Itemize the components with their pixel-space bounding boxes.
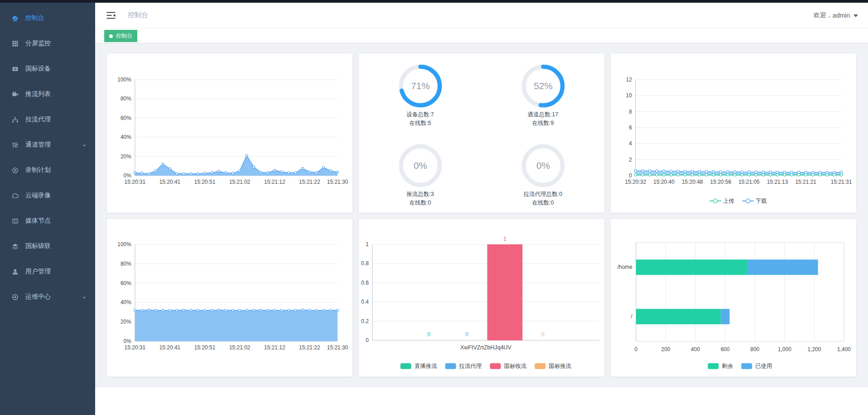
gauge-online-label: 在线数:0 — [532, 199, 554, 206]
sidebar-item-label: 推流列表 — [25, 90, 51, 98]
tab-active-dot — [109, 34, 113, 38]
svg-text:15:21:05: 15:21:05 — [738, 179, 760, 185]
sidebar-item-label: 分屏监控 — [25, 39, 51, 48]
svg-text:1,400: 1,400 — [837, 346, 851, 353]
svg-text:直播推流: 直播推流 — [415, 363, 437, 369]
svg-text:剩余: 剩余 — [721, 363, 733, 369]
record-plan-icon — [12, 167, 19, 174]
svg-text:20%: 20% — [121, 153, 131, 160]
svg-text:下载: 下载 — [756, 198, 767, 204]
svg-text:100%: 100% — [117, 241, 131, 248]
sidebar-item-label: 国标设备 — [25, 65, 51, 73]
svg-text:0.4: 0.4 — [361, 299, 369, 305]
svg-text:0: 0 — [541, 331, 545, 338]
sidebar-item-label: 媒体节点 — [25, 217, 51, 225]
svg-text:15:21:12: 15:21:12 — [264, 344, 285, 351]
sidebar-item-media-node[interactable]: 媒体节点 — [0, 208, 95, 234]
svg-text:15:21:12: 15:21:12 — [264, 179, 285, 185]
svg-text:4: 4 — [629, 140, 632, 147]
svg-text:15:20:41: 15:20:41 — [159, 179, 181, 185]
bottom-space — [95, 387, 868, 415]
gb-device-icon: G — [12, 66, 19, 72]
gauge-0: 71%设备总数:7在线数:5 — [359, 53, 482, 133]
svg-text:0: 0 — [465, 331, 468, 338]
sidebar-item-ops-center[interactable]: 运维中心 — [0, 284, 95, 310]
svg-text:60%: 60% — [121, 280, 131, 286]
welcome-text: 欢迎， — [814, 11, 833, 19]
svg-text:100%: 100% — [117, 76, 131, 83]
gauge-total-label: 拉流代理总数:0 — [524, 191, 562, 198]
breadcrumb: 控制台 — [128, 11, 148, 19]
cloud-record-icon — [12, 192, 19, 199]
svg-text:拉流代理: 拉流代理 — [459, 363, 482, 369]
svg-text:200: 200 — [661, 346, 670, 353]
sidebar-item-split-monitor[interactable]: 分屏监控 — [0, 31, 95, 56]
sidebar-item-label: 控制台 — [25, 14, 44, 22]
gauge-ring: 0% — [397, 142, 444, 189]
chevron-down-icon — [82, 142, 87, 148]
sidebar-item-channel-mgmt[interactable]: 通道管理 — [0, 132, 95, 157]
svg-text:800: 800 — [750, 346, 759, 353]
sidebar-item-label: 运维中心 — [25, 293, 51, 301]
svg-text:0: 0 — [427, 331, 430, 338]
stats-gauges-panel: 71%设备总数:7在线数:552%通道总数:17在线数:90%推流总数:3在线数… — [359, 53, 604, 213]
network-panel: 02468101215:20:3215:20:4015:20:4815:20:5… — [611, 53, 856, 213]
sidebar-item-gb-device[interactable]: G国标设备 — [0, 56, 95, 81]
split-monitor-icon — [12, 40, 19, 47]
sidebar-item-gb-cascade[interactable]: 国标级联 — [0, 234, 95, 259]
svg-text:80%: 80% — [121, 95, 131, 102]
sidebar-item-dashboard[interactable]: 控制台 — [0, 5, 95, 31]
gauge-total-label: 通道总数:17 — [528, 111, 558, 118]
svg-text:15:20:48: 15:20:48 — [682, 179, 703, 185]
dashboard-icon — [12, 15, 19, 22]
svg-text:15:21:13: 15:21:13 — [767, 179, 788, 185]
cpu-usage-chart: 0%20%40%60%80%100%15:20:3115:20:4115:20:… — [107, 53, 352, 213]
sidebar-item-record-plan[interactable]: 录制计划 — [0, 157, 95, 183]
gauge-total-label: 推流总数:3 — [406, 191, 434, 198]
svg-text:15:20:31: 15:20:31 — [125, 344, 146, 351]
memory-panel: 0%20%40%60%80%100%15:20:3115:20:4115:20:… — [107, 219, 352, 377]
sidebar-item-push-list[interactable]: 推流列表 — [0, 81, 95, 107]
gauge-online-label: 在线数:9 — [532, 119, 554, 127]
svg-text:20%: 20% — [121, 319, 131, 325]
sidebar-item-pull-proxy[interactable]: 拉流代理 — [0, 107, 95, 132]
cpu-usage-panel: 0%20%40%60%80%100%15:20:3115:20:4115:20:… — [107, 53, 352, 213]
svg-text:0.2: 0.2 — [361, 318, 369, 324]
svg-text:15:20:41: 15:20:41 — [159, 344, 181, 351]
caret-down-icon — [854, 14, 858, 17]
sidebar-item-cloud-record[interactable]: 云端录像 — [0, 183, 95, 208]
gauge-ring: 71% — [397, 62, 444, 110]
media-node-icon — [12, 218, 19, 224]
svg-text:15:21:21: 15:21:21 — [795, 179, 816, 185]
tabbar: 控制台 — [95, 28, 868, 43]
sidebar-item-label: 用户管理 — [25, 267, 51, 276]
svg-text:15:20:51: 15:20:51 — [194, 344, 216, 351]
svg-text:15:21:30: 15:21:30 — [327, 344, 348, 351]
svg-text:/home: /home — [617, 264, 633, 270]
tab-console[interactable]: 控制台 — [104, 30, 137, 42]
gauge-online-label: 在线数:5 — [410, 119, 431, 127]
svg-text:60%: 60% — [121, 115, 131, 121]
svg-text:12: 12 — [626, 76, 632, 83]
sidebar-item-user-mgmt[interactable]: 用户管理 — [0, 259, 95, 284]
user-mgmt-icon — [12, 268, 19, 275]
svg-text:0: 0 — [635, 346, 638, 353]
svg-text:15:20:31: 15:20:31 — [125, 179, 146, 185]
svg-text:15:21:22: 15:21:22 — [299, 179, 320, 185]
svg-text:G: G — [14, 67, 16, 70]
stream-bar-chart: 00.20.40.60.810010XwFtVZrtZbHJq4UV直播推流拉流… — [359, 219, 604, 377]
svg-text:15:21:02: 15:21:02 — [229, 179, 251, 185]
svg-text:400: 400 — [691, 346, 700, 353]
svg-text:0%: 0% — [413, 160, 427, 171]
username: admin — [833, 12, 850, 19]
svg-text:6: 6 — [629, 124, 632, 131]
gauge-2: 0%推流总数:3在线数:0 — [359, 133, 482, 213]
user-menu[interactable]: 欢迎， admin — [814, 11, 858, 19]
svg-text:0%: 0% — [124, 172, 132, 179]
gauge-1: 52%通道总数:17在线数:9 — [482, 53, 604, 133]
svg-text:80%: 80% — [121, 261, 131, 267]
sidebar-menu: 控制台分屏监控G国标设备推流列表拉流代理通道管理录制计划云端录像媒体节点国标级联… — [0, 3, 95, 310]
tab-label: 控制台 — [116, 32, 132, 40]
gauge-ring: 52% — [520, 62, 567, 110]
sidebar-collapse-icon[interactable] — [106, 11, 116, 20]
